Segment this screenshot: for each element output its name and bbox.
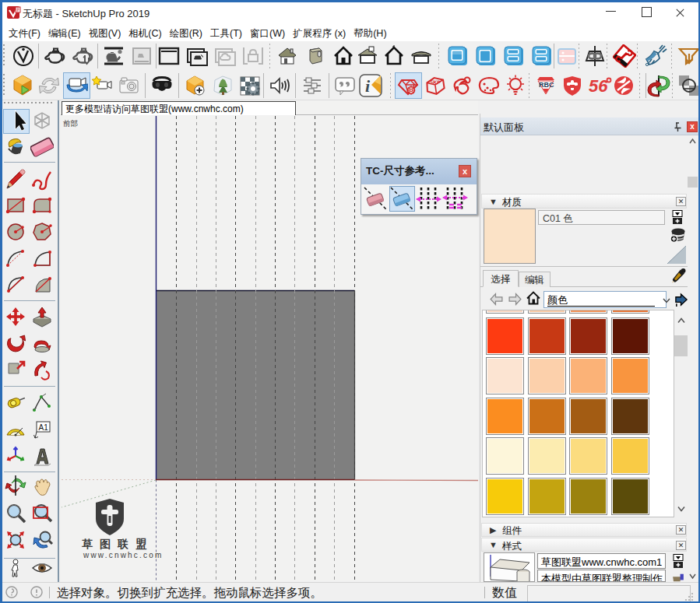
svg-text:i: i: [365, 76, 371, 96]
svg-text:RBC: RBC: [539, 81, 554, 89]
svg-text:SKP: SKP: [429, 79, 441, 86]
svg-text:56: 56: [589, 76, 608, 96]
svg-text:A1: A1: [39, 423, 49, 432]
